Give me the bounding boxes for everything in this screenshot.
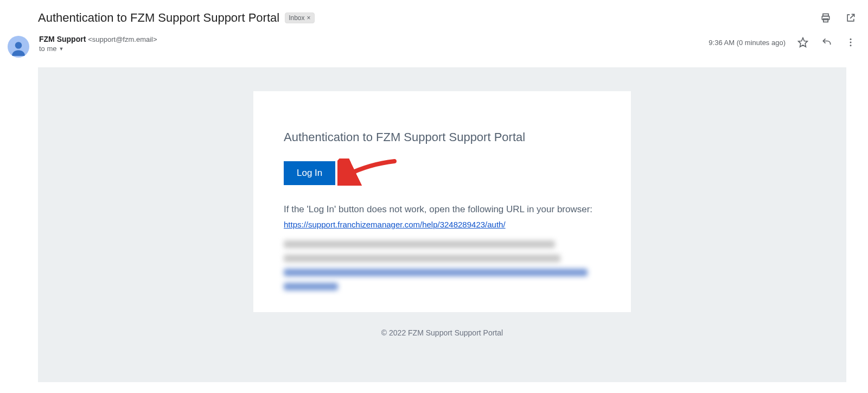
meta-row: FZM Support <support@fzm.email> to me ▼ … (0, 35, 868, 67)
auth-url-link[interactable]: https://support.franchizemanager.com/hel… (284, 220, 506, 229)
footer-text: © 2022 FZM Support Support Portal (381, 328, 503, 337)
subject-row: Authentication to FZM Support Support Po… (0, 0, 868, 35)
sender-block: FZM Support <support@fzm.email> to me ▼ (39, 35, 157, 53)
svg-point-3 (15, 42, 22, 49)
email-card: Authentication to FZM Support Support Po… (253, 91, 631, 312)
fallback-text: If the 'Log In' button does not work, op… (284, 202, 601, 218)
blur-line (284, 255, 560, 262)
to-text: to me (39, 45, 57, 53)
sender-line: FZM Support <support@fzm.email> (39, 35, 157, 43)
svg-point-5 (850, 39, 852, 40)
to-line[interactable]: to me ▼ (39, 45, 157, 53)
svg-point-6 (850, 42, 852, 43)
svg-marker-4 (799, 38, 808, 47)
more-icon[interactable] (844, 36, 857, 49)
blur-line (284, 240, 555, 248)
svg-point-7 (850, 45, 852, 46)
inbox-label[interactable]: Inbox × (285, 12, 314, 23)
email-subject: Authentication to FZM Support Support Po… (38, 11, 279, 25)
email-body-container: Authentication to FZM Support Support Po… (38, 67, 846, 382)
chevron-down-icon[interactable]: ▼ (59, 46, 64, 52)
subject-left: Authentication to FZM Support Support Po… (38, 11, 315, 25)
inbox-label-text: Inbox (289, 14, 304, 22)
print-icon[interactable] (819, 11, 832, 24)
blurred-url-block (284, 240, 601, 290)
card-title: Authentication to FZM Support Support Po… (284, 130, 601, 144)
sender-name: FZM Support (39, 35, 86, 43)
meta-right: 9:36 AM (0 minutes ago) (709, 35, 857, 49)
open-external-icon[interactable] (844, 11, 857, 24)
timestamp: 9:36 AM (0 minutes ago) (709, 39, 786, 47)
avatar[interactable] (8, 36, 29, 58)
blur-line (284, 283, 338, 290)
close-icon[interactable]: × (307, 14, 310, 22)
sender-email: <support@fzm.email> (88, 35, 157, 43)
reply-icon[interactable] (820, 36, 833, 49)
subject-actions (819, 11, 857, 24)
arrow-annotation-icon (337, 159, 397, 186)
login-row: Log In (284, 160, 601, 187)
blur-line (284, 269, 588, 276)
star-icon[interactable] (796, 36, 809, 49)
login-button[interactable]: Log In (284, 161, 335, 185)
meta-left: FZM Support <support@fzm.email> to me ▼ (8, 35, 157, 58)
